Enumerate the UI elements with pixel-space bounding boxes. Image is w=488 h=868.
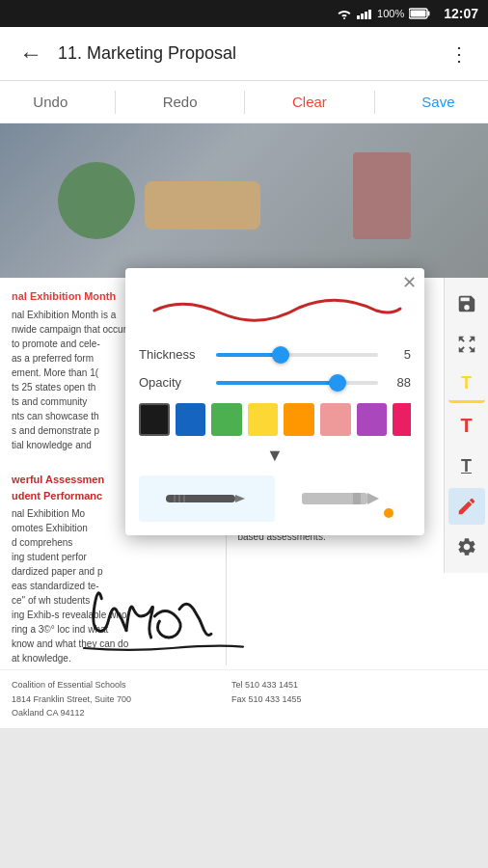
svg-rect-2: [361, 14, 364, 19]
svg-rect-11: [178, 495, 180, 502]
thickness-value: 5: [388, 347, 411, 362]
marker-color-dot: [384, 508, 393, 518]
page-title: 11. Marketing Proposal: [58, 43, 442, 64]
footer-left: Coalition of Essential Schools 1814 Fran…: [12, 678, 220, 719]
footer-address1: 1814 Franklin Street, Suite 700: [12, 692, 220, 706]
tool-row: [139, 475, 411, 522]
hero-decoration-1: [58, 162, 135, 239]
back-button[interactable]: ←: [12, 33, 50, 75]
pen-tool-icon: [164, 485, 251, 512]
page-wrapper: 100% 12:07 ← 11. Marketing Proposal ⋮ Un…: [0, 0, 488, 868]
settings-icon: [456, 536, 477, 557]
color-orange[interactable]: [284, 403, 314, 436]
status-bar: 100% 12:07: [0, 0, 488, 27]
scroll-area: T T T: [0, 123, 488, 868]
curve-svg: [145, 286, 405, 335]
svg-rect-10: [174, 495, 176, 502]
footer: Coalition of Essential Schools 1814 Fran…: [0, 669, 488, 727]
svg-rect-1: [357, 15, 360, 19]
svg-marker-14: [367, 493, 379, 504]
footer-columns: Coalition of Essential Schools 1814 Fran…: [12, 678, 440, 719]
svg-rect-15: [353, 493, 361, 504]
draw-panel: ✕ Thickness 5: [125, 268, 424, 535]
content-area: T T T: [0, 278, 488, 728]
right-toolbar: T T T: [444, 278, 488, 573]
opacity-value: 88: [388, 375, 411, 390]
svg-rect-4: [368, 10, 371, 19]
footer-org: Coalition of Essential Schools: [12, 678, 220, 692]
app-bar: ← 11. Marketing Proposal ⋮: [0, 27, 488, 81]
compress-button[interactable]: [448, 326, 485, 363]
compress-icon: [456, 334, 477, 355]
opacity-slider-thumb[interactable]: [329, 374, 346, 392]
footer-tel: Tel 510 433 1451: [231, 678, 440, 692]
svg-rect-12: [183, 495, 185, 502]
draw-pen-icon: [456, 496, 477, 517]
undo-button[interactable]: Undo: [14, 86, 87, 118]
close-panel-button[interactable]: ✕: [402, 272, 417, 293]
footer-right: Tel 510 433 1451 Fax 510 433 1455: [231, 678, 440, 719]
opacity-label: Opacity: [139, 375, 206, 390]
status-time: 12:07: [444, 6, 478, 21]
settings-button[interactable]: [448, 529, 485, 565]
svg-rect-3: [365, 12, 367, 19]
hero-decoration-2: [145, 181, 260, 230]
color-black[interactable]: [139, 403, 170, 436]
hero-decoration-3: [353, 152, 411, 239]
pen-tool[interactable]: [139, 475, 275, 522]
more-colors-chevron[interactable]: ▼: [266, 446, 284, 466]
opacity-row: Opacity 88: [139, 375, 411, 390]
curve-preview: [139, 282, 411, 339]
save-file-button[interactable]: [448, 285, 485, 322]
status-icons: 100%: [337, 8, 430, 19]
marker-tool-icon: [300, 485, 387, 512]
toolbar-divider-3: [374, 91, 375, 114]
svg-point-0: [343, 17, 345, 19]
color-purple[interactable]: [357, 403, 388, 436]
thickness-slider-track[interactable]: [216, 353, 378, 357]
more-colors[interactable]: ▼: [139, 446, 411, 466]
edit-toolbar: Undo Redo Clear Save: [0, 81, 488, 123]
text-icon: T: [460, 415, 472, 437]
redo-button[interactable]: Redo: [144, 86, 217, 118]
highlight-text-button[interactable]: T: [448, 366, 485, 403]
thickness-row: Thickness 5: [139, 347, 411, 362]
underline-icon: T: [461, 456, 472, 476]
thickness-label: Thickness: [139, 347, 206, 362]
color-blue[interactable]: [176, 403, 206, 436]
wifi-icon: [337, 8, 352, 19]
footer-fax: Fax 510 433 1455: [231, 692, 440, 706]
battery-text: 100%: [377, 8, 404, 19]
svg-rect-7: [411, 11, 426, 17]
svg-rect-8: [166, 495, 235, 502]
plain-text-button[interactable]: T: [448, 407, 485, 444]
color-salmon[interactable]: [320, 403, 351, 436]
clear-button[interactable]: Clear: [273, 86, 346, 118]
thickness-slider-thumb[interactable]: [272, 346, 289, 364]
hero-image-overlay: [0, 123, 488, 278]
color-yellow[interactable]: [248, 403, 279, 436]
color-swatches: [139, 403, 411, 436]
highlight-icon: T: [461, 373, 472, 393]
battery-icon: [409, 8, 430, 19]
underline-text-button[interactable]: T: [448, 448, 485, 484]
hero-image: [0, 123, 488, 278]
thickness-slider-fill: [216, 353, 281, 357]
save-button[interactable]: Save: [402, 86, 474, 118]
save-file-icon: [456, 293, 477, 314]
opacity-slider-track[interactable]: [216, 381, 378, 385]
footer-address2: Oakland CA 94112: [12, 706, 220, 719]
menu-button[interactable]: ⋮: [442, 35, 476, 73]
svg-marker-9: [235, 495, 245, 502]
opacity-slider-fill: [216, 381, 338, 385]
color-pink[interactable]: [393, 403, 411, 436]
draw-pen-button[interactable]: [448, 488, 485, 525]
marker-tool[interactable]: [275, 475, 411, 522]
toolbar-divider-1: [115, 91, 116, 114]
toolbar-divider-2: [244, 91, 245, 114]
color-green[interactable]: [211, 403, 242, 436]
signal-icon: [357, 8, 372, 19]
svg-rect-6: [428, 12, 430, 16]
